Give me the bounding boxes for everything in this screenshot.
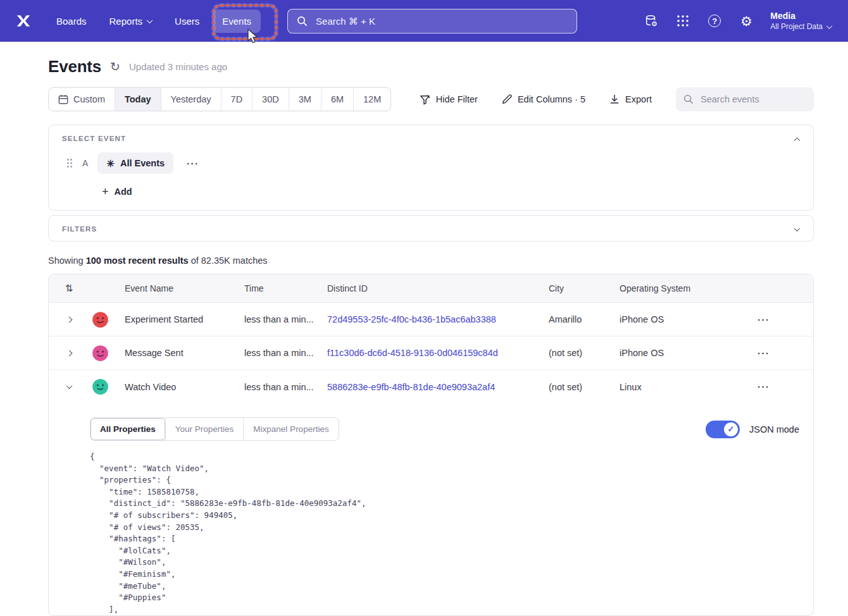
chevron-down-icon	[147, 17, 153, 23]
properties-tabs: All Properties Your Properties Mixpanel …	[90, 417, 339, 441]
help-icon[interactable]: ?	[707, 13, 722, 28]
export-button[interactable]: Export	[609, 94, 652, 104]
json-mode-control: ✓ JSON mode	[706, 421, 799, 438]
add-event-button[interactable]: + Add	[49, 174, 813, 210]
table-row-expanded[interactable]: Watch Video less than a min... 5886283e-…	[49, 370, 813, 403]
global-search-input[interactable]	[315, 15, 568, 27]
collapse-chevron-icon[interactable]	[794, 137, 801, 144]
sort-icon[interactable]: ⇅	[65, 283, 73, 294]
json-mode-toggle[interactable]: ✓	[706, 421, 740, 438]
date-range-custom[interactable]: Custom	[49, 88, 115, 111]
cell-os: Linux	[614, 382, 737, 392]
column-header-distinct-id[interactable]: Distinct ID	[322, 283, 544, 293]
settings-gear-icon[interactable]: ⚙	[739, 13, 754, 28]
date-range-selector: Custom Today Yesterday 7D 30D 3M 6M 12M	[48, 87, 391, 111]
all-events-chip[interactable]: ✳ All Events	[97, 152, 173, 174]
nav-item-users[interactable]: Users	[165, 9, 209, 33]
distinct-id-link[interactable]: f11c30d6-dc6d-4518-9136-0d046159c84d	[327, 348, 498, 358]
cell-os: iPhone OS	[614, 348, 737, 358]
tab-your-properties[interactable]: Your Properties	[165, 418, 244, 440]
toolbar-actions: Hide Filter Edit Columns · 5 Export	[420, 87, 814, 111]
search-icon	[683, 94, 694, 104]
column-header-event-name[interactable]: Event Name	[120, 283, 239, 293]
all-events-label: All Events	[120, 158, 165, 168]
nav-item-boards[interactable]: Boards	[47, 9, 96, 33]
cell-time: less than a min...	[239, 348, 322, 358]
event-options-button[interactable]: ···	[183, 156, 203, 171]
chevron-down-icon	[826, 23, 833, 29]
cell-time: less than a min...	[239, 382, 322, 392]
download-icon	[609, 94, 620, 104]
global-search[interactable]	[287, 9, 577, 34]
date-range-3m[interactable]: 3M	[289, 88, 321, 111]
column-header-time[interactable]: Time	[239, 283, 322, 293]
nav-item-reports[interactable]: Reports	[100, 9, 162, 33]
search-icon	[297, 16, 308, 27]
distinct-id-link[interactable]: 5886283e-e9fb-48fb-81de-40e9093a2af4	[327, 382, 495, 392]
project-dataset: All Project Data	[770, 22, 823, 31]
refresh-icon[interactable]: ↻	[110, 61, 120, 73]
navbar-right: ? ⚙ Media All Project Data	[644, 11, 832, 31]
nav-item-events[interactable]: Events	[213, 9, 261, 33]
row-actions-button[interactable]: ···	[754, 314, 774, 325]
events-search-input[interactable]	[699, 94, 806, 105]
sparkle-icon: ✳	[106, 159, 115, 168]
column-header-city[interactable]: City	[544, 283, 614, 293]
date-range-yesterday[interactable]: Yesterday	[161, 88, 221, 111]
expand-row-chevron[interactable]	[49, 317, 80, 322]
data-management-icon[interactable]	[644, 13, 659, 28]
filters-card: FILTERS	[48, 215, 814, 242]
event-avatar	[92, 311, 109, 328]
cell-city: (not set)	[544, 382, 614, 392]
events-table: ⇅ Event Name Time Distinct ID City Opera…	[48, 274, 814, 616]
top-navbar: Boards Reports Users Events	[0, 0, 848, 42]
date-range-12m[interactable]: 12M	[353, 88, 390, 111]
filters-title: FILTERS	[62, 225, 97, 233]
distinct-id-link[interactable]: 72d49553-25fc-4f0c-b436-1b5ac6ab3388	[327, 314, 496, 324]
tab-mixpanel-properties[interactable]: Mixpanel Properties	[243, 418, 338, 440]
event-json-view: { "event": "Watch Video", "properties": …	[90, 451, 799, 615]
json-mode-label: JSON mode	[749, 424, 799, 434]
event-query-row: A ✳ All Events ···	[49, 151, 813, 174]
filters-header[interactable]: FILTERS	[49, 216, 813, 241]
table-row[interactable]: Message Sent less than a min... f11c30d6…	[49, 336, 813, 370]
add-event-label: Add	[115, 187, 132, 197]
edit-columns-label: Edit Columns · 5	[518, 94, 585, 104]
mixpanel-logo[interactable]	[11, 13, 35, 29]
edit-columns-button[interactable]: Edit Columns · 5	[502, 94, 585, 104]
hide-filter-label: Hide Filter	[436, 94, 478, 104]
collapse-row-chevron[interactable]	[49, 385, 80, 389]
table-header-row: ⇅ Event Name Time Distinct ID City Opera…	[49, 274, 813, 303]
expand-row-chevron[interactable]	[49, 351, 80, 355]
events-search[interactable]	[676, 87, 814, 111]
tab-all-properties[interactable]: All Properties	[90, 418, 165, 440]
apps-grid-icon[interactable]	[675, 13, 690, 28]
main-content: Events ↻ Updated 3 minutes ago Custom To…	[48, 57, 814, 616]
event-detail-panel: All Properties Your Properties Mixpanel …	[49, 403, 813, 615]
date-range-7d[interactable]: 7D	[221, 88, 253, 111]
cell-city: Amarillo	[544, 314, 614, 324]
plus-icon: +	[102, 186, 109, 197]
select-event-title: SELECT EVENT	[62, 135, 126, 142]
updated-timestamp: Updated 3 minutes ago	[129, 61, 227, 72]
date-range-today[interactable]: Today	[115, 88, 161, 111]
toggle-check-icon: ✓	[724, 422, 738, 436]
results-suffix: of 82.35K matches	[189, 256, 268, 266]
date-range-6m[interactable]: 6M	[321, 88, 353, 111]
project-name: Media	[770, 11, 832, 21]
column-header-operating-system[interactable]: Operating System	[614, 283, 737, 293]
date-range-30d[interactable]: 30D	[252, 88, 289, 111]
row-actions-button[interactable]: ···	[754, 381, 774, 392]
select-event-header[interactable]: SELECT EVENT	[49, 125, 813, 151]
calendar-icon	[58, 94, 68, 104]
hide-filter-button[interactable]: Hide Filter	[420, 94, 478, 105]
row-actions-button[interactable]: ···	[754, 348, 774, 359]
select-event-card: SELECT EVENT A ✳ All Events ···	[48, 125, 814, 211]
results-prefix: Showing	[48, 256, 86, 266]
project-selector[interactable]: Media All Project Data	[770, 11, 832, 31]
expand-chevron-icon[interactable]	[794, 225, 801, 231]
mixpanel-logo-icon	[15, 13, 32, 29]
drag-handle[interactable]	[66, 158, 73, 168]
table-row[interactable]: Experiment Started less than a min... 72…	[49, 303, 813, 336]
filter-funnel-icon	[420, 94, 430, 105]
